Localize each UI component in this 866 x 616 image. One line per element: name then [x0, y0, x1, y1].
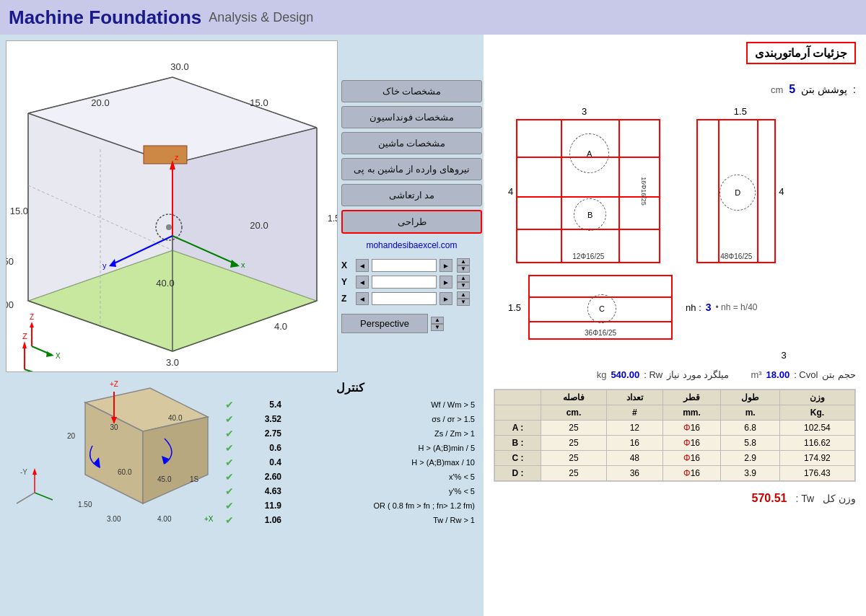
- rebar-label: میلگرد مورد نیاز: [667, 369, 729, 380]
- z-right-btn[interactable]: ►: [439, 292, 452, 305]
- concrete-info: حجم بتن Cvol : 18.00 m³ میلگرد مورد نیاز…: [494, 369, 856, 380]
- x-right-btn[interactable]: ►: [439, 259, 452, 272]
- svg-text:Z: Z: [30, 313, 34, 321]
- check-5: ✔: [225, 471, 234, 483]
- svg-text:1.5: 1.5: [328, 214, 337, 224]
- machine-btn[interactable]: مشخصات ماشین: [341, 132, 482, 154]
- persp-up-btn[interactable]: ▲: [431, 317, 444, 324]
- perspective-btn[interactable]: Perspective: [341, 314, 428, 333]
- check-4: ✔: [225, 457, 234, 468]
- svg-line-74: [35, 493, 53, 500]
- z-left-btn[interactable]: ◄: [356, 292, 369, 305]
- control-row-5: ✔ 2.60 x'% < 5: [222, 470, 478, 484]
- svg-text:4.0: 4.0: [274, 321, 287, 332]
- sh-empty: [495, 405, 541, 421]
- control-row-1: ✔ 3.52 σs / σr > 1.5: [222, 412, 478, 426]
- header: Machine Foundations Analysis & Design: [0, 0, 866, 35]
- left-panel: 20.0 30.0 15.0 20.0 4.0 3.0 15.0 0.50 0.…: [0, 35, 484, 616]
- y-track[interactable]: [372, 276, 437, 289]
- z-up-btn[interactable]: ▲: [457, 291, 470, 299]
- desc-1: σs / σr > 1.5: [284, 412, 478, 426]
- volume-value: 18.00: [766, 369, 790, 380]
- x-up-btn[interactable]: ▲: [457, 258, 470, 265]
- x-label: X: [341, 260, 353, 270]
- desc-4: H > (A;B)max / 10: [284, 455, 478, 470]
- y-right-btn[interactable]: ►: [439, 276, 452, 289]
- right-panel: جزئیات آرماتوربندی : پوشش بتن 5 cm 3 4: [484, 35, 866, 616]
- row-b-weight: 116.62: [779, 436, 854, 451]
- bottom-section: +Z 30 40.0 60.0 20 45.0 1S 1.50 3.00 4.0…: [6, 381, 478, 610]
- svg-text:60.0: 60.0: [118, 468, 132, 476]
- plan-bottom-label: 12Φ16/25: [572, 252, 604, 260]
- control-table: ✔ 5.4 Wf / Wm > 5 ✔ 3.52 σs / σr > 1.5 ✔…: [222, 397, 478, 527]
- foundation-btn[interactable]: مشخصات فونداسیون: [341, 106, 482, 128]
- design-btn[interactable]: طراحی: [341, 210, 482, 234]
- persp-down-btn[interactable]: ▼: [431, 324, 444, 331]
- svg-text:-Y: -Y: [20, 468, 27, 476]
- x-left-btn[interactable]: ◄: [356, 259, 369, 272]
- row-a-length: 6.8: [721, 421, 779, 436]
- svg-text:20.0: 20.0: [250, 220, 268, 231]
- label-d: D: [735, 188, 740, 197]
- app-title-main: Machine Foundations: [9, 6, 201, 29]
- main-content: 20.0 30.0 15.0 20.0 4.0 3.0 15.0 0.50 0.…: [0, 35, 866, 616]
- val-7: 11.9: [248, 498, 284, 513]
- svg-rect-27: [144, 146, 187, 164]
- control-panel: کنترل ✔ 5.4 Wf / Wm > 5 ✔ 3.52 σs / σr >…: [222, 381, 478, 610]
- volume-item: حجم بتن Cvol : 18.00 m³: [751, 369, 856, 380]
- sh-m: m.: [721, 405, 779, 421]
- row-b-label: B :: [495, 436, 541, 451]
- row-d-count: 36: [607, 466, 663, 481]
- row-c-label: C :: [495, 451, 541, 466]
- y-left-btn[interactable]: ◄: [356, 276, 369, 289]
- row-d-diameter: Φ16: [662, 466, 721, 481]
- axis-controls: X ◄ ► ▲ ▼ Y ◄ ►: [341, 258, 482, 306]
- horiz-left-label: 1.5: [508, 302, 521, 313]
- table-subheader-row: cm. # mm. m. Kg.: [495, 405, 855, 421]
- plan-diagram: A B 16Φ16/25 12Φ16/25: [516, 119, 660, 263]
- forces-btn[interactable]: نیروهای وارده از ماشین به پی: [341, 158, 482, 180]
- x-down-btn[interactable]: ▼: [457, 265, 470, 273]
- svg-text:+Z: +Z: [110, 381, 118, 388]
- svg-text:15.0: 15.0: [250, 97, 268, 108]
- control-row-2: ✔ 2.75 Zs / Zm > 1: [222, 426, 478, 441]
- control-title: کنترل: [222, 381, 478, 395]
- horiz-bottom-label: 3: [712, 350, 856, 361]
- horiz-rebar: 36Φ16/25: [585, 329, 616, 337]
- mini-3d-svg: +Z 30 40.0 60.0 20 45.0 1S 1.50 3.00 4.0…: [6, 381, 215, 532]
- y-arrows: ▲ ▼: [457, 275, 470, 289]
- z-track[interactable]: [372, 292, 437, 305]
- nh-formula: • nh = h/40: [716, 302, 758, 312]
- check-3: ✔: [225, 442, 234, 454]
- y-down-btn[interactable]: ▼: [457, 282, 470, 289]
- row-d-length: 3.9: [721, 466, 779, 481]
- vibration-btn[interactable]: مد ارتعاشی: [341, 184, 482, 206]
- section-rebar: 48Φ16/25: [720, 252, 752, 260]
- svg-text:+X: +X: [204, 515, 214, 523]
- axes-indicator: Z X: [10, 310, 68, 368]
- row-b-spacing: 25: [541, 436, 606, 451]
- plan-diagram-container: 3 4 A: [508, 106, 660, 263]
- th-diameter: قطر: [662, 390, 721, 405]
- svg-marker-72: [32, 468, 37, 475]
- horiz-diagram: C 36Φ16/25: [528, 275, 673, 340]
- z-down-btn[interactable]: ▼: [457, 299, 470, 306]
- soil-btn[interactable]: مشخصات خاک: [341, 80, 482, 102]
- val-2: 2.75: [248, 426, 284, 441]
- section-top-label: 1.5: [696, 106, 784, 117]
- th-weight: وزن: [779, 390, 854, 405]
- volume-unit: m³: [751, 369, 761, 380]
- rebar-table: فاصله تعداد قطر طول وزن cm. # mm. m. Kg.: [494, 390, 855, 481]
- check-2: ✔: [225, 428, 234, 439]
- control-row-8: ✔ 1.06 Tw / Rw > 1: [222, 513, 478, 527]
- check-0: ✔: [225, 399, 234, 410]
- svg-marker-50: [46, 351, 54, 357]
- svg-text:1S: 1S: [190, 475, 199, 483]
- table-row-d: D : 25 36 Φ16 3.9 176.43: [495, 466, 855, 481]
- label-c: C: [599, 304, 605, 313]
- website-link: mohandesibaexcel.com: [341, 240, 482, 250]
- val-0: 5.4: [248, 397, 284, 412]
- x-track[interactable]: [372, 259, 437, 272]
- control-row-6: ✔ 4.63 y'% < 5: [222, 484, 478, 498]
- y-up-btn[interactable]: ▲: [457, 275, 470, 282]
